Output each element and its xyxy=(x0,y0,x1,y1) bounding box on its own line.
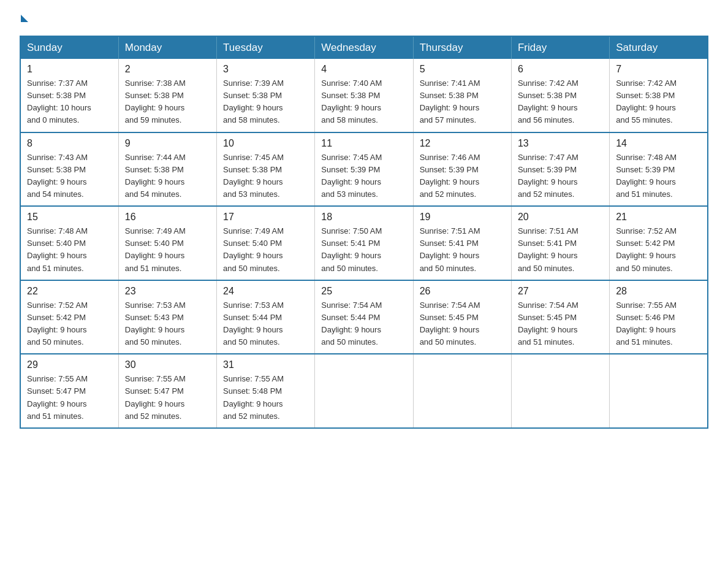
day-number: 27 xyxy=(518,286,603,297)
calendar-cell: 20 Sunrise: 7:51 AMSunset: 5:41 PMDaylig… xyxy=(511,206,609,280)
day-info: Sunrise: 7:53 AMSunset: 5:44 PMDaylight:… xyxy=(223,299,308,349)
calendar-cell: 12 Sunrise: 7:46 AMSunset: 5:39 PMDaylig… xyxy=(413,132,511,207)
day-info: Sunrise: 7:38 AMSunset: 5:38 PMDaylight:… xyxy=(125,77,210,127)
calendar-cell: 4 Sunrise: 7:40 AMSunset: 5:38 PMDayligh… xyxy=(315,59,413,132)
day-info: Sunrise: 7:54 AMSunset: 5:45 PMDaylight:… xyxy=(518,299,603,349)
day-info: Sunrise: 7:49 AMSunset: 5:40 PMDaylight:… xyxy=(125,225,210,275)
day-number: 29 xyxy=(27,359,112,370)
weekday-header-wednesday: Wednesday xyxy=(315,36,413,59)
day-number: 25 xyxy=(321,286,406,297)
day-number: 13 xyxy=(518,138,603,149)
day-info: Sunrise: 7:48 AMSunset: 5:39 PMDaylight:… xyxy=(616,151,701,201)
calendar-cell xyxy=(610,354,708,428)
day-number: 17 xyxy=(223,212,308,223)
weekday-header-tuesday: Tuesday xyxy=(217,36,315,59)
calendar-header-row: SundayMondayTuesdayWednesdayThursdayFrid… xyxy=(20,36,708,59)
day-info: Sunrise: 7:45 AMSunset: 5:38 PMDaylight:… xyxy=(223,151,308,201)
day-number: 31 xyxy=(223,359,308,370)
calendar-cell: 13 Sunrise: 7:47 AMSunset: 5:39 PMDaylig… xyxy=(511,132,609,207)
calendar-cell: 2 Sunrise: 7:38 AMSunset: 5:38 PMDayligh… xyxy=(118,59,216,132)
day-number: 3 xyxy=(223,64,308,75)
day-info: Sunrise: 7:55 AMSunset: 5:48 PMDaylight:… xyxy=(223,373,308,423)
day-info: Sunrise: 7:41 AMSunset: 5:38 PMDaylight:… xyxy=(420,77,505,127)
day-info: Sunrise: 7:55 AMSunset: 5:47 PMDaylight:… xyxy=(125,373,210,423)
day-info: Sunrise: 7:52 AMSunset: 5:42 PMDaylight:… xyxy=(616,225,701,275)
calendar-cell: 28 Sunrise: 7:55 AMSunset: 5:46 PMDaylig… xyxy=(610,280,708,354)
day-number: 28 xyxy=(616,286,701,297)
day-number: 26 xyxy=(420,286,505,297)
calendar-cell: 24 Sunrise: 7:53 AMSunset: 5:44 PMDaylig… xyxy=(217,280,315,354)
calendar-cell xyxy=(315,354,413,428)
calendar-cell: 6 Sunrise: 7:42 AMSunset: 5:38 PMDayligh… xyxy=(511,59,609,132)
day-number: 23 xyxy=(125,286,210,297)
day-number: 21 xyxy=(616,212,701,223)
calendar-cell: 25 Sunrise: 7:54 AMSunset: 5:44 PMDaylig… xyxy=(315,280,413,354)
calendar-week-row: 8 Sunrise: 7:43 AMSunset: 5:38 PMDayligh… xyxy=(20,132,708,207)
calendar-cell: 19 Sunrise: 7:51 AMSunset: 5:41 PMDaylig… xyxy=(413,206,511,280)
calendar-cell: 23 Sunrise: 7:53 AMSunset: 5:43 PMDaylig… xyxy=(118,280,216,354)
day-number: 2 xyxy=(125,64,210,75)
day-number: 8 xyxy=(27,138,112,149)
calendar-cell: 31 Sunrise: 7:55 AMSunset: 5:48 PMDaylig… xyxy=(217,354,315,428)
calendar-cell: 15 Sunrise: 7:48 AMSunset: 5:40 PMDaylig… xyxy=(20,206,118,280)
logo xyxy=(20,15,29,23)
day-number: 5 xyxy=(420,64,505,75)
calendar-cell: 9 Sunrise: 7:44 AMSunset: 5:38 PMDayligh… xyxy=(118,132,216,207)
calendar-week-row: 22 Sunrise: 7:52 AMSunset: 5:42 PMDaylig… xyxy=(20,280,708,354)
calendar-table: SundayMondayTuesdayWednesdayThursdayFrid… xyxy=(20,36,708,429)
day-info: Sunrise: 7:45 AMSunset: 5:39 PMDaylight:… xyxy=(321,151,406,201)
day-info: Sunrise: 7:54 AMSunset: 5:45 PMDaylight:… xyxy=(420,299,505,349)
calendar-cell: 29 Sunrise: 7:55 AMSunset: 5:47 PMDaylig… xyxy=(20,354,118,428)
day-number: 10 xyxy=(223,138,308,149)
day-number: 15 xyxy=(27,212,112,223)
page-header xyxy=(20,15,708,23)
day-info: Sunrise: 7:44 AMSunset: 5:38 PMDaylight:… xyxy=(125,151,210,201)
calendar-week-row: 1 Sunrise: 7:37 AMSunset: 5:38 PMDayligh… xyxy=(20,59,708,132)
calendar-cell: 18 Sunrise: 7:50 AMSunset: 5:41 PMDaylig… xyxy=(315,206,413,280)
day-info: Sunrise: 7:47 AMSunset: 5:39 PMDaylight:… xyxy=(518,151,603,201)
calendar-cell: 7 Sunrise: 7:42 AMSunset: 5:38 PMDayligh… xyxy=(610,59,708,132)
calendar-cell: 14 Sunrise: 7:48 AMSunset: 5:39 PMDaylig… xyxy=(610,132,708,207)
day-number: 14 xyxy=(616,138,701,149)
day-number: 6 xyxy=(518,64,603,75)
day-info: Sunrise: 7:54 AMSunset: 5:44 PMDaylight:… xyxy=(321,299,406,349)
calendar-cell: 8 Sunrise: 7:43 AMSunset: 5:38 PMDayligh… xyxy=(20,132,118,207)
calendar-week-row: 29 Sunrise: 7:55 AMSunset: 5:47 PMDaylig… xyxy=(20,354,708,428)
day-info: Sunrise: 7:51 AMSunset: 5:41 PMDaylight:… xyxy=(420,225,505,275)
calendar-cell: 26 Sunrise: 7:54 AMSunset: 5:45 PMDaylig… xyxy=(413,280,511,354)
weekday-header-thursday: Thursday xyxy=(413,36,511,59)
weekday-header-monday: Monday xyxy=(118,36,216,59)
calendar-cell xyxy=(413,354,511,428)
calendar-cell: 30 Sunrise: 7:55 AMSunset: 5:47 PMDaylig… xyxy=(118,354,216,428)
day-info: Sunrise: 7:48 AMSunset: 5:40 PMDaylight:… xyxy=(27,225,112,275)
day-info: Sunrise: 7:42 AMSunset: 5:38 PMDaylight:… xyxy=(518,77,603,127)
day-number: 12 xyxy=(420,138,505,149)
day-info: Sunrise: 7:42 AMSunset: 5:38 PMDaylight:… xyxy=(616,77,701,127)
day-info: Sunrise: 7:55 AMSunset: 5:47 PMDaylight:… xyxy=(27,373,112,423)
day-info: Sunrise: 7:49 AMSunset: 5:40 PMDaylight:… xyxy=(223,225,308,275)
day-number: 22 xyxy=(27,286,112,297)
day-number: 18 xyxy=(321,212,406,223)
day-number: 19 xyxy=(420,212,505,223)
calendar-cell: 21 Sunrise: 7:52 AMSunset: 5:42 PMDaylig… xyxy=(610,206,708,280)
day-info: Sunrise: 7:46 AMSunset: 5:39 PMDaylight:… xyxy=(420,151,505,201)
day-info: Sunrise: 7:50 AMSunset: 5:41 PMDaylight:… xyxy=(321,225,406,275)
calendar-cell: 10 Sunrise: 7:45 AMSunset: 5:38 PMDaylig… xyxy=(217,132,315,207)
weekday-header-friday: Friday xyxy=(511,36,609,59)
day-number: 7 xyxy=(616,64,701,75)
day-number: 20 xyxy=(518,212,603,223)
day-info: Sunrise: 7:39 AMSunset: 5:38 PMDaylight:… xyxy=(223,77,308,127)
calendar-cell: 27 Sunrise: 7:54 AMSunset: 5:45 PMDaylig… xyxy=(511,280,609,354)
day-number: 24 xyxy=(223,286,308,297)
day-number: 4 xyxy=(321,64,406,75)
weekday-header-saturday: Saturday xyxy=(610,36,708,59)
day-info: Sunrise: 7:52 AMSunset: 5:42 PMDaylight:… xyxy=(27,299,112,349)
calendar-cell: 22 Sunrise: 7:52 AMSunset: 5:42 PMDaylig… xyxy=(20,280,118,354)
day-number: 16 xyxy=(125,212,210,223)
day-number: 11 xyxy=(321,138,406,149)
day-info: Sunrise: 7:51 AMSunset: 5:41 PMDaylight:… xyxy=(518,225,603,275)
day-info: Sunrise: 7:55 AMSunset: 5:46 PMDaylight:… xyxy=(616,299,701,349)
calendar-cell xyxy=(511,354,609,428)
day-number: 30 xyxy=(125,359,210,370)
day-number: 9 xyxy=(125,138,210,149)
